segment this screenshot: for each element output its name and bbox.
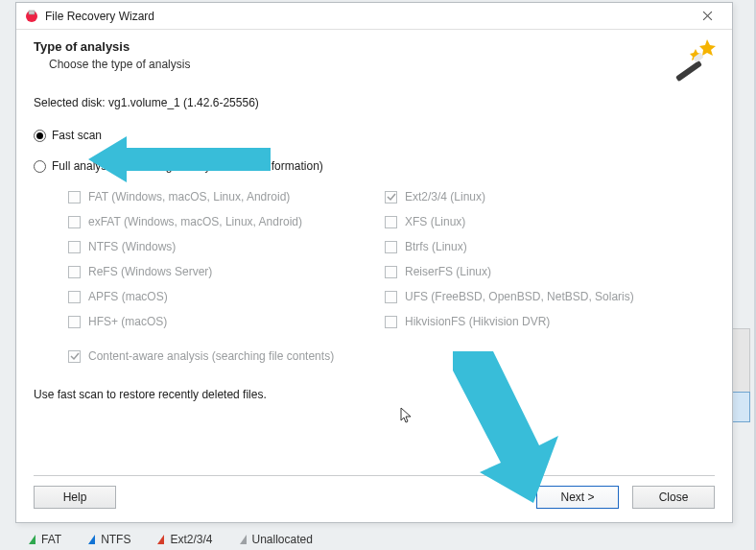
checkbox-icon xyxy=(68,316,81,328)
checkbox-icon xyxy=(385,191,397,203)
close-icon xyxy=(702,11,713,21)
fs-checkbox-reiserfs[interactable]: ReiserFS (Linux) xyxy=(385,265,653,278)
checkbox-icon xyxy=(68,216,81,228)
wizard-window: File Recovery Wizard Type of analysis Ch… xyxy=(15,2,733,523)
fs-label: ReiserFS (Linux) xyxy=(405,265,491,278)
legend-label: NTFS xyxy=(101,533,130,546)
triangle-icon xyxy=(29,535,35,544)
fs-checkbox-btrfs[interactable]: Btrfs (Linux) xyxy=(385,240,653,253)
window-title: File Recovery Wizard xyxy=(45,10,154,23)
fs-label: FAT (Windows, macOS, Linux, Android) xyxy=(88,190,290,203)
radio-fast-scan-label: Fast scan xyxy=(52,129,102,142)
checkbox-icon xyxy=(385,266,397,278)
fs-label: APFS (macOS) xyxy=(88,290,168,303)
page-subtitle: Choose the type of analysis xyxy=(49,58,715,71)
wizard-body: Selected disk: vg1.volume_1 (1.42.6-2555… xyxy=(16,77,732,475)
legend-item-fat: FAT xyxy=(29,533,61,546)
hint-text: Use fast scan to restore recently delete… xyxy=(34,388,715,401)
fs-label: NTFS (Windows) xyxy=(88,240,176,253)
radio-full-analysis[interactable]: Full analysis (searching for any availab… xyxy=(34,159,715,173)
checkbox-content-aware[interactable]: Content-aware analysis (searching file c… xyxy=(68,349,715,363)
triangle-icon xyxy=(88,535,95,544)
fs-label: UFS (FreeBSD, OpenBSD, NetBSD, Solaris) xyxy=(405,290,634,303)
legend-label: Ext2/3/4 xyxy=(170,533,212,546)
fs-checkbox-exfat[interactable]: exFAT (Windows, macOS, Linux, Android) xyxy=(68,215,366,228)
checkbox-icon xyxy=(68,291,81,303)
fs-checkbox-refs[interactable]: ReFS (Windows Server) xyxy=(68,265,366,278)
legend-item-ntfs: NTFS xyxy=(88,533,130,546)
fs-checkbox-apfs[interactable]: APFS (macOS) xyxy=(68,290,366,303)
fs-label: ReFS (Windows Server) xyxy=(88,265,212,278)
checkbox-icon xyxy=(385,216,397,228)
checkbox-icon xyxy=(385,316,397,328)
next-button[interactable]: Next > xyxy=(536,486,619,509)
wizard-header: Type of analysis Choose the type of anal… xyxy=(16,30,732,77)
content-aware-label: Content-aware analysis (searching file c… xyxy=(88,349,334,363)
radio-full-analysis-label: Full analysis (searching for any availab… xyxy=(52,159,323,173)
checkbox-icon xyxy=(68,191,81,203)
checkbox-icon xyxy=(68,241,81,253)
checkbox-icon xyxy=(68,350,81,363)
fs-checkbox-ext[interactable]: Ext2/3/4 (Linux) xyxy=(385,190,653,203)
radio-fast-scan[interactable]: Fast scan xyxy=(34,129,715,142)
wizard-footer: Help Next > Close xyxy=(34,475,715,522)
radio-icon xyxy=(34,160,46,173)
fs-label: XFS (Linux) xyxy=(405,215,465,228)
checkbox-icon xyxy=(385,241,397,253)
filesystem-legend: FAT NTFS Ext2/3/4 Unallocated xyxy=(29,533,313,546)
legend-label: Unallocated xyxy=(252,533,313,546)
legend-item-ext: Ext2/3/4 xyxy=(157,533,212,546)
fs-checkbox-fat[interactable]: FAT (Windows, macOS, Linux, Android) xyxy=(68,190,366,203)
fs-label: Btrfs (Linux) xyxy=(405,240,467,253)
fs-label: Ext2/3/4 (Linux) xyxy=(405,190,485,203)
radio-icon xyxy=(34,130,46,142)
fs-checkbox-ntfs[interactable]: NTFS (Windows) xyxy=(68,240,366,253)
svg-marker-4 xyxy=(699,39,716,56)
help-button[interactable]: Help xyxy=(34,486,116,509)
triangle-icon xyxy=(157,535,164,544)
triangle-icon xyxy=(240,535,247,544)
selected-disk-label: Selected disk: vg1.volume_1 (1.42.6-2555… xyxy=(34,96,715,109)
close-button[interactable]: Close xyxy=(632,486,715,509)
fs-label: exFAT (Windows, macOS, Linux, Android) xyxy=(88,215,302,228)
checkbox-icon xyxy=(385,291,397,303)
legend-item-unallocated: Unallocated xyxy=(240,533,313,546)
cursor-icon xyxy=(400,407,413,427)
fs-label: HFS+ (macOS) xyxy=(88,315,167,328)
legend-label: FAT xyxy=(41,533,61,546)
app-icon xyxy=(24,9,39,24)
fs-checkbox-hfs[interactable]: HFS+ (macOS) xyxy=(68,315,366,328)
fs-checkbox-xfs[interactable]: XFS (Linux) xyxy=(385,215,653,228)
fs-checkbox-hikvision[interactable]: HikvisionFS (Hikvision DVR) xyxy=(385,315,653,328)
window-close-button[interactable] xyxy=(688,5,726,28)
checkbox-icon xyxy=(68,266,81,278)
fs-checkbox-ufs[interactable]: UFS (FreeBSD, OpenBSD, NetBSD, Solaris) xyxy=(385,290,653,303)
fs-label: HikvisionFS (Hikvision DVR) xyxy=(405,315,550,328)
page-title: Type of analysis xyxy=(34,39,715,54)
svg-rect-1 xyxy=(29,11,35,14)
filesystem-grid: FAT (Windows, macOS, Linux, Android) Ext… xyxy=(68,190,715,328)
titlebar: File Recovery Wizard xyxy=(16,3,732,30)
